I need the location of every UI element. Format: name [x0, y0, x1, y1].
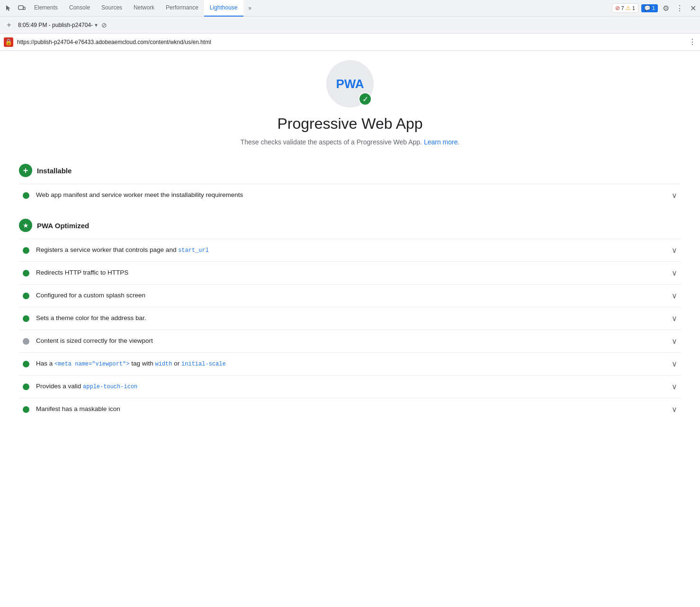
- chevron-down-icon: ∨: [672, 268, 677, 277]
- devtools-tabbar: Elements Console Sources Network Perform…: [0, 0, 700, 17]
- status-dot-green: [23, 192, 29, 199]
- devtools-right-controls: ⊘ 7 ⚠ 1 💬 1 ⚙ ⋮ ✕: [612, 2, 698, 15]
- cursor-icon[interactable]: [2, 1, 15, 15]
- more-tabs-icon[interactable]: »: [243, 1, 257, 15]
- audit-text-viewport-size: Content is sized correctly for the viewp…: [36, 337, 668, 346]
- block-icon[interactable]: ⊘: [101, 21, 107, 29]
- audit-text-theme-color: Sets a theme color for the address bar.: [36, 314, 668, 323]
- audit-row-theme-color[interactable]: Sets a theme color for the address bar. …: [19, 307, 681, 330]
- audit-row-splash[interactable]: Configured for a custom splash screen ∨: [19, 284, 681, 307]
- width-code: width: [155, 361, 172, 367]
- audit-text-splash: Configured for a custom splash screen: [36, 291, 668, 300]
- url-bar-row: 🔒 https://publish-p24704-e76433.adobeaem…: [0, 34, 700, 51]
- message-count: 1: [652, 5, 655, 11]
- address-bar-row: + 8:05:49 PM - publish-p24704- ▾ ⊘: [0, 17, 700, 34]
- audit-row-meta-viewport[interactable]: Has a <meta name="viewport"> tag with wi…: [19, 352, 681, 375]
- status-dot-green: [23, 384, 29, 390]
- audit-text-service-worker: Registers a service worker that controls…: [36, 246, 668, 255]
- chevron-down-icon: ∨: [672, 359, 677, 368]
- start-url-code: start_url: [178, 247, 209, 254]
- tab-sources[interactable]: Sources: [96, 0, 128, 17]
- status-dot-green: [23, 247, 29, 254]
- add-session-button[interactable]: +: [4, 20, 14, 30]
- error-icon: ⊘: [615, 5, 620, 11]
- settings-icon[interactable]: ⚙: [661, 2, 671, 15]
- apple-touch-icon-code: apple-touch-icon: [83, 384, 137, 390]
- audit-text-apple-touch-icon: Provides a valid apple-touch-icon: [36, 382, 668, 391]
- message-badge[interactable]: 💬 1: [641, 4, 658, 12]
- status-dot-green: [23, 270, 29, 277]
- pwa-circle: PWA ✓: [326, 60, 374, 107]
- meta-viewport-code: <meta name="viewport">: [54, 361, 129, 367]
- pwa-check-icon: ✓: [359, 92, 372, 106]
- status-dot-green: [23, 361, 29, 367]
- chevron-down-icon: ∨: [672, 191, 677, 200]
- installable-icon: +: [19, 164, 32, 177]
- more-options-icon[interactable]: ⋮: [674, 2, 685, 15]
- security-warning-icon: 🔒: [4, 37, 13, 47]
- page-title: Progressive Web App: [19, 115, 681, 133]
- svg-rect-1: [23, 7, 25, 9]
- main-content: PWA ✓ Progressive Web App These checks v…: [0, 51, 700, 430]
- chevron-down-icon: ∨: [672, 337, 677, 346]
- chevron-down-icon: ∨: [672, 405, 677, 414]
- pwa-optimized-icon: ★: [19, 219, 32, 232]
- tab-performance[interactable]: Performance: [160, 0, 204, 17]
- error-warning-badge[interactable]: ⊘ 7 ⚠ 1: [612, 3, 638, 13]
- audit-row-viewport-size[interactable]: Content is sized correctly for the viewp…: [19, 330, 681, 352]
- audit-row-service-worker[interactable]: Registers a service worker that controls…: [19, 239, 681, 261]
- responsive-icon[interactable]: [15, 1, 28, 15]
- svg-rect-0: [18, 6, 23, 9]
- tab-console[interactable]: Console: [63, 0, 96, 17]
- audit-text-maskable-icon: Manifest has a maskable icon: [36, 405, 668, 414]
- pwa-icon-text: PWA: [336, 77, 364, 91]
- installable-section-header: + Installable: [19, 159, 681, 182]
- tab-lighthouse[interactable]: Lighthouse: [204, 0, 243, 17]
- installable-title: Installable: [37, 167, 72, 175]
- pwa-icon-container: PWA ✓: [19, 60, 681, 107]
- url-text: https://publish-p24704-e76433.adobeaemcl…: [17, 39, 685, 45]
- audit-text-https: Redirects HTTP traffic to HTTPS: [36, 268, 668, 277]
- status-dot-green: [23, 315, 29, 322]
- chevron-down-icon: ∨: [672, 314, 677, 323]
- status-dot-green: [23, 293, 29, 299]
- learn-more-link[interactable]: Learn more: [424, 138, 458, 146]
- session-label: 8:05:49 PM - publish-p24704- ▾: [18, 22, 98, 28]
- audit-row-apple-touch-icon[interactable]: Provides a valid apple-touch-icon ∨: [19, 375, 681, 398]
- audit-row[interactable]: Web app manifest and service worker meet…: [19, 184, 681, 206]
- audit-text-meta-viewport: Has a <meta name="viewport"> tag with wi…: [36, 359, 668, 368]
- session-dropdown-icon[interactable]: ▾: [95, 22, 98, 28]
- audit-row-maskable-icon[interactable]: Manifest has a maskable icon ∨: [19, 398, 681, 420]
- message-icon: 💬: [644, 5, 651, 11]
- audit-text: Web app manifest and service worker meet…: [36, 191, 668, 200]
- chevron-down-icon: ∨: [672, 246, 677, 255]
- chevron-down-icon: ∨: [672, 382, 677, 391]
- close-icon[interactable]: ✕: [688, 2, 698, 15]
- error-count: 7: [621, 5, 624, 11]
- status-dot-gray: [23, 338, 29, 345]
- tab-network[interactable]: Network: [128, 0, 160, 17]
- page-subtitle: These checks validate the aspects of a P…: [19, 138, 681, 146]
- pwa-optimized-section-header: ★ PWA Optimized: [19, 214, 681, 237]
- warning-count: 1: [632, 5, 635, 11]
- audit-row-https[interactable]: Redirects HTTP traffic to HTTPS ∨: [19, 261, 681, 284]
- chevron-down-icon: ∨: [672, 291, 677, 300]
- initial-scale-code: initial-scale: [181, 361, 226, 367]
- warning-icon: ⚠: [626, 5, 631, 11]
- pwa-optimized-title: PWA Optimized: [37, 222, 89, 230]
- tab-elements[interactable]: Elements: [28, 0, 63, 17]
- url-more-icon[interactable]: ⋮: [689, 37, 696, 46]
- status-dot-green: [23, 406, 29, 413]
